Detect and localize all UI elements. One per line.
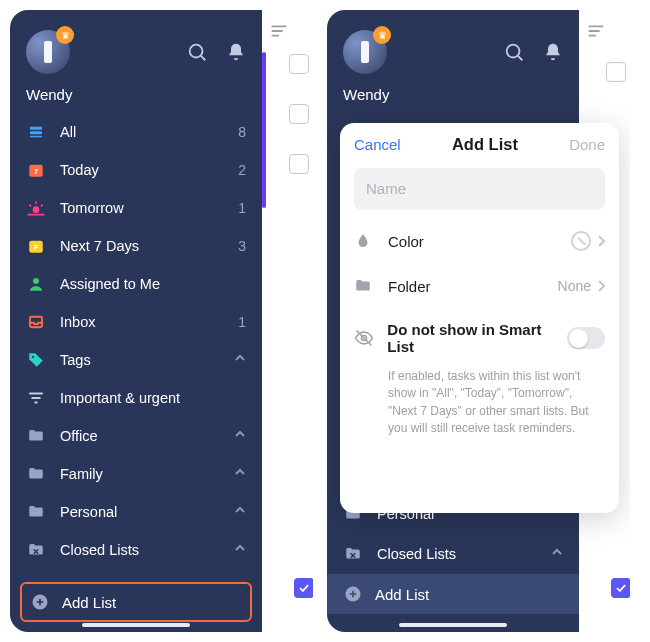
sidebar-item-today[interactable]: 7Today2 xyxy=(10,151,262,189)
name-placeholder: Name xyxy=(366,180,406,197)
task-checkbox[interactable] xyxy=(606,62,626,82)
color-row[interactable]: Color xyxy=(354,218,605,264)
task-pane-peek-left xyxy=(262,10,313,632)
sidebar-item-label: Tomorrow xyxy=(60,200,124,216)
sidebar-item-personal[interactable]: Personal xyxy=(10,493,262,531)
sidebar-item-count: 3 xyxy=(238,238,246,254)
sidebar-item-assigned[interactable]: Assigned to Me xyxy=(10,265,262,303)
sidebar-item-family[interactable]: Family xyxy=(10,455,262,493)
add-list-label: Add List xyxy=(62,594,116,611)
smart-list-switch[interactable] xyxy=(567,327,605,349)
menu-icon[interactable] xyxy=(268,20,290,46)
sidebar-item-tags[interactable]: Tags xyxy=(10,341,262,379)
avatar[interactable]: ♛ xyxy=(26,30,70,74)
filter-icon xyxy=(26,388,46,408)
sidebar-item-label: Today xyxy=(60,162,99,178)
sidebar-item-all[interactable]: All8 xyxy=(10,113,262,151)
sidebar-item-inbox[interactable]: Inbox1 xyxy=(10,303,262,341)
svg-point-0 xyxy=(190,45,203,58)
sidebar-item-label: Next 7 Days xyxy=(60,238,139,254)
folder-icon xyxy=(343,544,363,564)
add-list-button[interactable]: Add List xyxy=(20,582,252,622)
home-indicator xyxy=(82,623,190,627)
user-name[interactable]: Wendy xyxy=(10,80,262,113)
add-list-modal: Cancel Add List Done Name Color xyxy=(340,123,619,513)
sidebar-item-closed[interactable]: Closed Lists xyxy=(10,531,262,569)
sunrise-icon xyxy=(26,198,46,218)
avatar[interactable]: ♛ xyxy=(343,30,387,74)
eye-off-icon xyxy=(354,328,375,348)
bell-icon[interactable] xyxy=(543,41,563,63)
task-checkbox-checked[interactable] xyxy=(611,578,630,598)
svg-point-7 xyxy=(33,206,40,213)
person-icon xyxy=(26,274,46,294)
svg-rect-3 xyxy=(30,131,42,134)
svg-point-26 xyxy=(507,45,520,58)
sidebar-item-label: Important & urgent xyxy=(60,390,180,406)
folder-icon xyxy=(26,426,46,446)
sidebar-item-label: Closed Lists xyxy=(60,542,139,558)
plus-circle-icon xyxy=(30,592,50,612)
sidebar-item-tomorrow[interactable]: Tomorrow1 xyxy=(10,189,262,227)
sidebar-item-label: Office xyxy=(60,428,98,444)
sidebar-item-label: Tags xyxy=(60,352,91,368)
sidebar-item-label: All xyxy=(60,124,76,140)
sidebar-item-count: 2 xyxy=(238,162,246,178)
chevron-up-icon xyxy=(234,428,246,444)
list-name-input[interactable]: Name xyxy=(354,168,605,210)
premium-crown-icon: ♛ xyxy=(373,26,391,44)
task-checkbox[interactable] xyxy=(289,104,309,124)
sidebar-item-label: Closed Lists xyxy=(377,546,456,562)
tag-icon xyxy=(26,350,46,370)
sidebar-item-label: Inbox xyxy=(60,314,95,330)
drop-icon xyxy=(354,232,376,250)
user-name[interactable]: Wendy xyxy=(327,80,579,113)
svg-line-27 xyxy=(518,56,522,60)
no-color-icon xyxy=(571,231,591,251)
screenshot-left: ♛ Wendy All87Today2Tomorrow1FNext 7 Days… xyxy=(10,10,313,632)
sidebar-item-closed[interactable]: Closed Lists xyxy=(327,534,579,574)
svg-rect-4 xyxy=(30,136,42,138)
chevron-up-icon xyxy=(551,546,563,562)
sidebar-item-next7[interactable]: FNext 7 Days3 xyxy=(10,227,262,265)
svg-text:F: F xyxy=(34,243,39,252)
svg-point-16 xyxy=(32,356,34,358)
cancel-button[interactable]: Cancel xyxy=(354,136,401,153)
chevron-up-icon xyxy=(234,504,246,520)
calendar-f-icon: F xyxy=(26,236,46,256)
chevron-up-icon xyxy=(234,352,246,368)
svg-line-11 xyxy=(41,205,43,207)
screenshot-right: ♛ Wendy PersonalClosed Lists Ad xyxy=(327,10,630,632)
folder-x-icon xyxy=(26,540,46,560)
task-checkbox-checked[interactable] xyxy=(294,578,313,598)
home-indicator xyxy=(399,623,507,627)
sidebar-item-important[interactable]: Important & urgent xyxy=(10,379,262,417)
task-checkbox[interactable] xyxy=(289,154,309,174)
done-button[interactable]: Done xyxy=(569,136,605,153)
svg-rect-2 xyxy=(30,127,42,130)
menu-icon[interactable] xyxy=(585,20,607,46)
calendar-7-icon: 7 xyxy=(26,160,46,180)
sidebar-item-label: Family xyxy=(60,466,103,482)
search-icon[interactable] xyxy=(503,41,525,63)
sidebar-item-label: Personal xyxy=(60,504,117,520)
search-icon[interactable] xyxy=(186,41,208,63)
folder-label: Folder xyxy=(388,278,431,295)
bell-icon[interactable] xyxy=(226,41,246,63)
modal-title: Add List xyxy=(452,135,518,154)
sidebar-item-count: 1 xyxy=(238,200,246,216)
folder-row[interactable]: Folder None xyxy=(354,264,605,308)
folder-icon xyxy=(26,464,46,484)
task-checkbox[interactable] xyxy=(289,54,309,74)
chevron-up-icon xyxy=(234,542,246,558)
chevron-right-icon xyxy=(597,235,605,247)
svg-point-14 xyxy=(33,278,39,284)
sidebar-left: ♛ Wendy All87Today2Tomorrow1FNext 7 Days… xyxy=(10,10,262,632)
svg-line-1 xyxy=(201,56,205,60)
sidebar-item-count: 1 xyxy=(238,314,246,330)
add-list-button[interactable]: Add List xyxy=(327,574,579,614)
add-list-label: Add List xyxy=(375,586,429,603)
sidebar-item-office[interactable]: Office xyxy=(10,417,262,455)
inbox-icon xyxy=(26,312,46,332)
color-label: Color xyxy=(388,233,424,250)
